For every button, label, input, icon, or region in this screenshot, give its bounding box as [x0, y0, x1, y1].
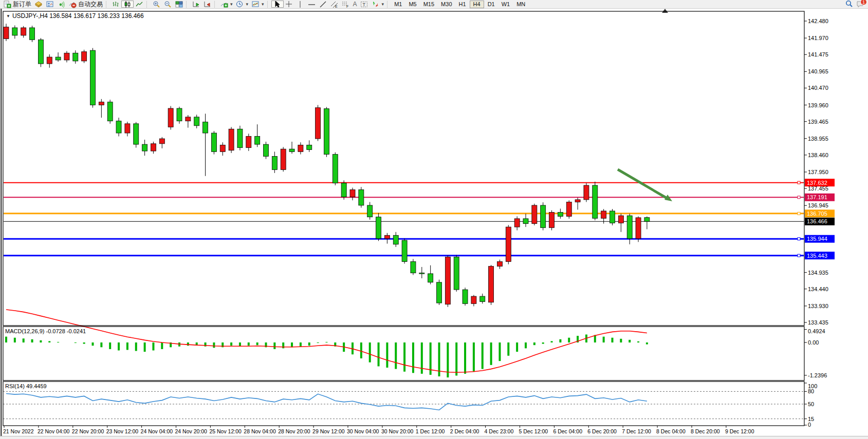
- time-axis[interactable]: 21 Nov 202222 Nov 04:0022 Nov 20:0023 No…: [3, 426, 754, 434]
- price-tick-label: 134.935: [808, 270, 828, 276]
- price-line-badge-label: 136.705: [807, 211, 827, 217]
- timeframe-button-m5[interactable]: M5: [405, 1, 419, 8]
- timeframe-button-h4[interactable]: H4: [470, 1, 484, 8]
- candle-body: [584, 185, 589, 200]
- zoom-in-button[interactable]: [151, 0, 162, 8]
- time-tick-label: 23 Nov 12:00: [106, 428, 139, 434]
- autotrade-button[interactable]: 自动交易: [67, 0, 104, 8]
- time-tick-label: 8 Dec 20:00: [691, 428, 720, 434]
- zoom-out-button[interactable]: [162, 0, 173, 8]
- candle-chart-type-button[interactable]: [121, 1, 134, 8]
- new-order-button[interactable]: 新订单: [2, 0, 33, 8]
- line-drag-handle[interactable]: [798, 196, 800, 199]
- candle-body: [445, 257, 450, 304]
- macd-tick-label: 0.4924: [808, 328, 825, 334]
- candle-body: [514, 219, 520, 227]
- svg-text:E: E: [335, 5, 338, 8]
- price-axis[interactable]: 142.480141.970141.475140.965140.470139.9…: [804, 18, 835, 326]
- price-tick-label: 137.950: [808, 169, 828, 175]
- candle-body: [333, 155, 338, 183]
- candle-body: [220, 145, 225, 151]
- search-icon[interactable]: [845, 0, 853, 8]
- candle-body: [384, 235, 390, 238]
- trendline-tool-button[interactable]: [318, 0, 329, 8]
- text-tool-button[interactable]: A: [352, 0, 359, 8]
- fibonacci-icon: F: [342, 0, 350, 8]
- price-line-badge-label: 136.466: [807, 218, 827, 224]
- auto-scroll-button[interactable]: [190, 0, 201, 8]
- timeframe-button-mn[interactable]: MN: [513, 1, 528, 8]
- toolbar-separator: [267, 1, 270, 8]
- fibonacci-tool-button[interactable]: F: [340, 0, 352, 8]
- candle-body: [506, 227, 511, 261]
- crosshair-icon: [285, 0, 293, 8]
- chart-window-button[interactable]: [44, 0, 56, 8]
- candle-body: [125, 124, 130, 133]
- chart-shift-marker[interactable]: [662, 9, 668, 13]
- chart-title[interactable]: ▼USDJPY-,H4 136.584 136.617 136.233 136.…: [6, 12, 144, 20]
- line-drag-handle[interactable]: [798, 181, 800, 184]
- templates-button[interactable]: ▾: [250, 0, 266, 8]
- candle-body: [21, 28, 26, 35]
- candle-body: [471, 296, 476, 303]
- candle-body: [229, 129, 234, 150]
- time-tick-label: 22 Nov 04:00: [38, 428, 70, 434]
- text-label-tool-button[interactable]: T: [359, 0, 370, 8]
- zoom-out-icon: [163, 0, 172, 8]
- candle-body: [272, 156, 277, 169]
- signal-button[interactable]: [56, 0, 67, 8]
- chevron-down-icon: ▾: [262, 2, 264, 7]
- crosshair-tool-button[interactable]: [284, 0, 295, 8]
- text-label-icon: T: [360, 0, 368, 8]
- price-tick-label: 139.465: [808, 119, 828, 125]
- price-tick-label: 139.960: [808, 102, 828, 108]
- candle-body: [151, 144, 156, 151]
- chevron-down-icon: ▾: [382, 2, 384, 7]
- time-tick-label: 24 Nov 20:00: [175, 428, 208, 434]
- chart-shift-button[interactable]: [201, 0, 213, 8]
- timeframe-button-m1[interactable]: M1: [391, 1, 405, 8]
- bar-chart-type-button[interactable]: [110, 0, 121, 8]
- time-tick-label: 30 Nov 04:00: [347, 428, 379, 434]
- timeframe-button-w1[interactable]: W1: [498, 1, 513, 8]
- tile-windows-button[interactable]: [173, 0, 184, 8]
- price-tick-label: 138.955: [808, 136, 828, 142]
- line-drag-handle[interactable]: [798, 238, 800, 240]
- chart-area[interactable]: 142.480141.970141.475140.965140.470139.9…: [0, 0, 868, 439]
- time-tick-label: 22 Nov 20:00: [72, 428, 104, 434]
- candle-body: [463, 290, 468, 303]
- time-tick-label: 8 Dec 04:00: [656, 428, 686, 434]
- symbol-dropdown-icon[interactable]: ▼: [6, 14, 10, 18]
- cursor-icon: [273, 0, 282, 8]
- market-button[interactable]: [33, 0, 44, 8]
- candle-body: [246, 137, 251, 148]
- candle-body: [4, 27, 9, 39]
- arrows-tool-button[interactable]: ▾: [370, 0, 386, 8]
- horizontal-line-tool-button[interactable]: [306, 0, 318, 8]
- time-tick-label: 30 Nov 20:00: [381, 428, 414, 434]
- line-drag-handle[interactable]: [798, 212, 800, 215]
- line-chart-icon: [135, 0, 143, 8]
- channel-tool-button[interactable]: E: [329, 0, 340, 8]
- periods-icon: [236, 0, 244, 8]
- toolbar-separator: [146, 1, 149, 8]
- timeframe-button-m30[interactable]: M30: [438, 1, 455, 8]
- price-line-badge-label: 137.632: [807, 180, 827, 186]
- time-tick-label: 29 Nov 12:00: [312, 428, 345, 434]
- notification-icon[interactable]: 1: [856, 0, 864, 8]
- auto-scroll-icon: [192, 0, 200, 8]
- time-tick-label: 7 Dec 12:00: [622, 428, 651, 434]
- periods-button[interactable]: ▾: [234, 0, 250, 8]
- rsi-tick-label: 15: [808, 416, 814, 422]
- timeframe-button-h1[interactable]: H1: [456, 1, 469, 8]
- timeframe-button-d1[interactable]: D1: [485, 1, 498, 8]
- line-drag-handle[interactable]: [798, 254, 800, 257]
- line-chart-type-button[interactable]: [134, 0, 145, 8]
- candle-body: [281, 149, 286, 169]
- cursor-tool-button[interactable]: [271, 1, 284, 8]
- indicators-button[interactable]: ▾: [218, 0, 234, 8]
- vertical-line-tool-button[interactable]: [295, 0, 306, 8]
- timeframe-button-m15[interactable]: M15: [420, 1, 437, 8]
- rsi-indicator-label: RSI(14) 49.4459: [5, 383, 47, 389]
- signal-icon: [57, 0, 65, 8]
